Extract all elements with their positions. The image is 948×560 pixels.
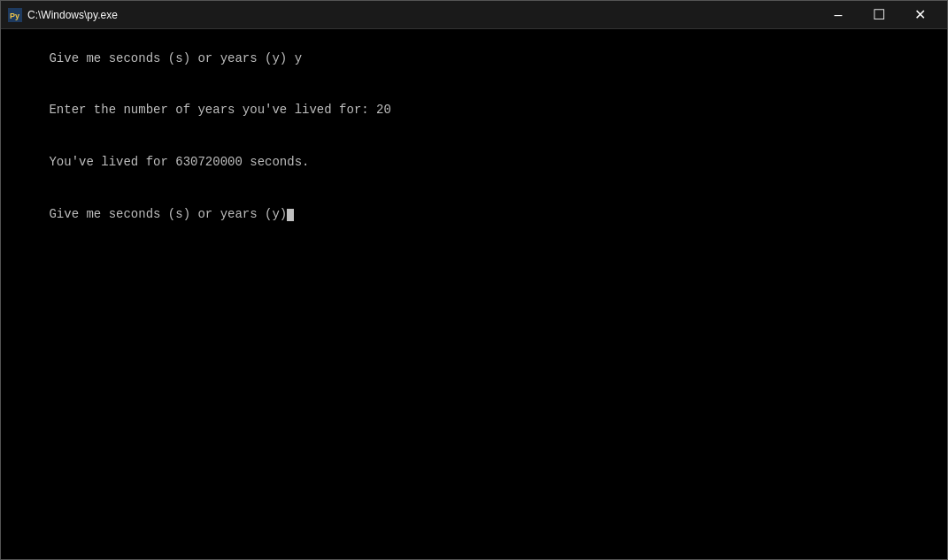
console-window: Py C:\Windows\py.exe – ☐ ✕ Give me secon… xyxy=(0,0,948,560)
window-controls: – ☐ ✕ xyxy=(818,1,940,29)
app-icon: Py xyxy=(8,8,22,22)
restore-button[interactable]: ☐ xyxy=(859,1,899,29)
console-line-1: Give me seconds (s) or years (y) y xyxy=(49,51,302,65)
title-bar: Py C:\Windows\py.exe – ☐ ✕ xyxy=(1,1,947,29)
window-title: C:\Windows\py.exe xyxy=(27,9,818,21)
console-line-2: Enter the number of years you've lived f… xyxy=(49,103,390,117)
svg-text:Py: Py xyxy=(10,12,19,20)
console-output: Give me seconds (s) or years (y) y Enter… xyxy=(4,33,944,241)
cursor-blink xyxy=(287,209,294,221)
close-button[interactable]: ✕ xyxy=(899,1,940,29)
minimize-button[interactable]: – xyxy=(818,1,859,29)
console-line-3: You've lived for 630720000 seconds. xyxy=(49,155,309,169)
console-line-4: Give me seconds (s) or years (y) xyxy=(49,207,294,221)
console-body[interactable]: Give me seconds (s) or years (y) y Enter… xyxy=(1,29,947,559)
